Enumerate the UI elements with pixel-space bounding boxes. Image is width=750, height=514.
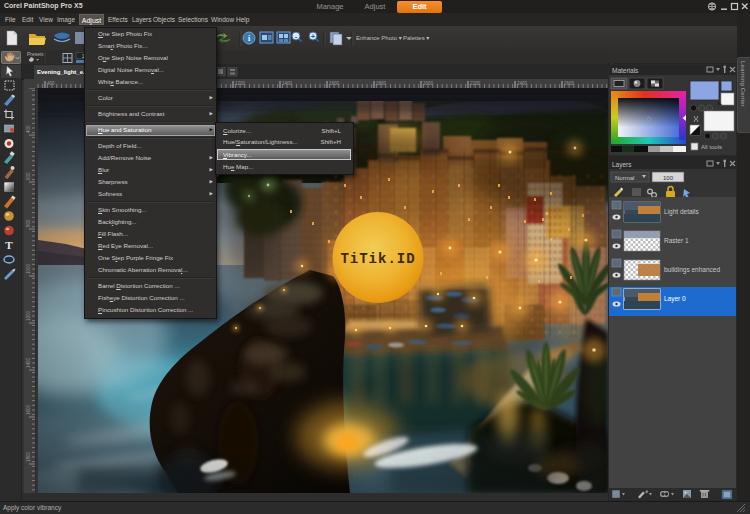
svg-text:1600: 1600: [329, 81, 340, 86]
svg-text:Layer 0: Layer 0: [664, 295, 686, 303]
svg-text:Materials: Materials: [612, 67, 639, 74]
svg-text:1200: 1200: [235, 81, 246, 86]
svg-text:800: 800: [26, 219, 31, 227]
svg-text:2000: 2000: [423, 81, 434, 86]
svg-text:2200: 2200: [470, 81, 481, 86]
svg-text:2400: 2400: [517, 81, 528, 86]
svg-text:buildings enhanced: buildings enhanced: [664, 266, 720, 274]
svg-text:1600: 1600: [26, 404, 31, 415]
svg-text:1400: 1400: [282, 81, 293, 86]
svg-text:2600: 2600: [564, 81, 575, 86]
svg-text:400: 400: [47, 81, 55, 86]
svg-text:1400: 1400: [26, 357, 31, 368]
svg-text:Light details: Light details: [664, 208, 699, 216]
svg-text:1800: 1800: [376, 81, 387, 86]
svg-text:1800: 1800: [26, 451, 31, 462]
svg-text:100: 100: [663, 175, 674, 181]
svg-text:T: T: [5, 239, 13, 251]
svg-text:TiTik.ID: TiTik.ID: [340, 251, 415, 267]
svg-text:Raster 1: Raster 1: [664, 237, 689, 244]
svg-text:All tools: All tools: [701, 144, 722, 150]
svg-text:600: 600: [26, 172, 31, 180]
svg-text:1200: 1200: [26, 310, 31, 321]
svg-text:Normal: Normal: [615, 175, 634, 181]
svg-text:+: +: [311, 32, 316, 41]
svg-text:Layers: Layers: [612, 161, 632, 169]
svg-text:1000: 1000: [26, 263, 31, 274]
svg-text:Presets: Presets: [27, 51, 44, 57]
svg-text:400: 400: [26, 125, 31, 133]
